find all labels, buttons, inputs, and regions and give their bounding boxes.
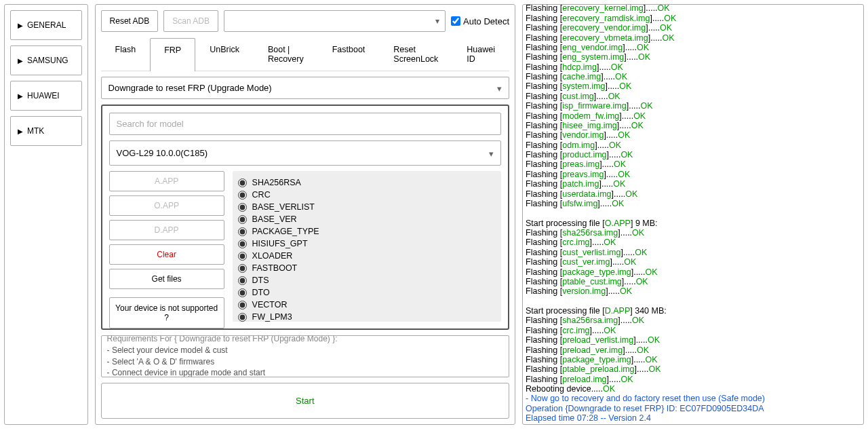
partition-item[interactable]: FW_LPM3 (238, 311, 496, 322)
log-line: Flashing [preload_verlist.img].....OK (526, 335, 861, 345)
partition-item[interactable]: DTO (238, 286, 496, 299)
partition-item[interactable]: VECTOR (238, 299, 496, 311)
sidebar-general[interactable]: ▶GENERAL (10, 10, 82, 40)
partition-label: VECTOR (252, 300, 288, 309)
sidebar-label: HUAWEI (27, 91, 60, 100)
tabs: Flash FRP UnBrick Boot | Recovery Fastbo… (101, 37, 509, 71)
partition-item[interactable]: SHA256RSA (238, 176, 496, 189)
partition-label: CRC (252, 190, 271, 200)
partition-radio[interactable] (238, 301, 247, 309)
toolbar: Reset ADB Scan ADB Auto Detect (101, 10, 509, 32)
partition-radio[interactable] (238, 288, 247, 297)
tab-reset-screenlock[interactable]: Reset ScreenLock (379, 37, 452, 71)
requirements-box: Requirements For { Downgrade to reset FR… (101, 335, 509, 377)
log-blank (526, 208, 861, 218)
log-line: Flashing [sha256rsa.img].....OK (526, 228, 861, 238)
model-combo[interactable]: VOG-L29 10.0.0(C185) (109, 140, 501, 166)
log-line: Flashing [odm.img].....OK (526, 140, 861, 150)
tab-flash[interactable]: Flash (101, 37, 151, 71)
log-line: Flashing [version.img].....OK (526, 286, 861, 296)
log-line: Flashing [cache.img].....OK (526, 72, 861, 81)
log-line: Elapsed time 07:28 -- Version 2.4 (526, 413, 861, 423)
partition-radio[interactable] (238, 215, 247, 224)
start-button[interactable]: Start (101, 383, 509, 419)
sidebar-label: SAMSUNG (27, 56, 68, 65)
log-line: Flashing [system.img].....OK (526, 81, 861, 91)
req-line: - Select your device model & cust (107, 345, 503, 356)
partition-label: DTS (252, 276, 269, 285)
auto-detect-checkbox[interactable]: Auto Detect (451, 16, 509, 26)
partition-radio[interactable] (238, 313, 247, 322)
log-line: Flashing [preavs.img].....OK (526, 170, 861, 179)
d-app-button[interactable]: D.APP (109, 220, 224, 240)
log-panel[interactable]: Flashing [recovery_vbmeta.img].....OKFla… (522, 4, 864, 425)
partition-radio[interactable] (238, 240, 247, 248)
partition-radio[interactable] (238, 276, 247, 285)
log-line: Flashing [sha256rsa.img].....OK (526, 316, 861, 325)
partition-label: HISIUFS_GPT (252, 239, 308, 248)
partition-item[interactable]: XLOADER (238, 250, 496, 262)
partition-radio[interactable] (238, 227, 247, 236)
reset-adb-button[interactable]: Reset ADB (101, 10, 159, 32)
auto-detect-input[interactable] (451, 16, 460, 26)
o-app-button[interactable]: O.APP (109, 195, 224, 216)
left-column: A.APP O.APP D.APP Clear Get files Your d… (109, 171, 224, 322)
tab-unbrick[interactable]: UnBrick (195, 37, 254, 71)
a-app-button[interactable]: A.APP (109, 171, 224, 191)
log-line: Flashing [product.img].....OK (526, 150, 861, 159)
log-line: Flashing [cust_ver.img].....OK (526, 257, 861, 267)
get-files-button[interactable]: Get files (109, 269, 224, 289)
tab-boot-recovery[interactable]: Boot | Recovery (254, 37, 318, 71)
tab-frp[interactable]: FRP (150, 38, 195, 71)
partition-item[interactable]: CRC (238, 189, 496, 201)
partition-item[interactable]: BASE_VERLIST (238, 201, 496, 213)
partition-item[interactable]: FASTBOOT (238, 262, 496, 274)
search-input[interactable]: Search for model (109, 113, 501, 135)
partition-label: XLOADER (252, 251, 293, 261)
sidebar: ▶GENERAL ▶SAMSUNG ▶HUAWEI ▶MTK (4, 4, 88, 425)
log-line: Flashing [cust_verlist.img].....OK (526, 248, 861, 257)
log-line: Flashing [package_type.img].....OK (526, 267, 861, 277)
log-line: Rebooting device.....OK (526, 384, 861, 394)
not-supported-button[interactable]: Your device is not supported ? (109, 297, 224, 328)
partition-radio[interactable] (238, 264, 247, 273)
partition-label: BASE_VERLIST (252, 202, 315, 212)
partition-item[interactable]: HISIUFS_GPT (238, 238, 496, 250)
log-line: Flashing [modem_fw.img].....OK (526, 111, 861, 121)
req-line: - Select 'A & O & D' firmwares (107, 356, 503, 368)
device-combo[interactable] (224, 10, 446, 32)
sidebar-mtk[interactable]: ▶MTK (10, 116, 82, 146)
mode-combo[interactable]: Downgrade to reset FRP (Upgrade Mode) (101, 77, 509, 99)
log-line: Flashing [crc.img].....OK (526, 238, 861, 247)
clear-button[interactable]: Clear (109, 244, 224, 265)
scan-adb-button[interactable]: Scan ADB (163, 10, 218, 32)
log-line: Flashing [eng_vendor.img].....OK (526, 43, 861, 52)
partition-radio[interactable] (238, 191, 247, 200)
log-line: Flashing [ptable_preload.img].....OK (526, 364, 861, 374)
req-line: Requirements For { Downgrade to reset FR… (107, 335, 503, 345)
caret-right-icon: ▶ (18, 22, 23, 29)
sidebar-label: MTK (27, 126, 44, 136)
log-line: Flashing [isp_firmware.img].....OK (526, 101, 861, 111)
inner-panel: Search for model VOG-L29 10.0.0(C185) A.… (101, 105, 509, 330)
log-line: Flashing [erecovery_vbmeta.img].....OK (526, 33, 861, 43)
tab-huawei-id[interactable]: Huawei ID (452, 37, 509, 71)
log-line: Start processing file [D.APP] 340 MB: (526, 306, 861, 316)
partition-radio[interactable] (238, 178, 247, 187)
tab-fastboot[interactable]: Fastboot (318, 37, 380, 71)
partition-label: SHA256RSA (252, 178, 301, 187)
log-line: Flashing [ufsfw.img].....OK (526, 199, 861, 208)
sidebar-label: GENERAL (27, 20, 66, 30)
sidebar-huawei[interactable]: ▶HUAWEI (10, 81, 82, 111)
partition-item[interactable]: DTS (238, 274, 496, 286)
partition-radio[interactable] (238, 252, 247, 261)
partition-item[interactable]: PACKAGE_TYPE (238, 225, 496, 238)
partition-item[interactable]: BASE_VER (238, 213, 496, 225)
sidebar-samsung[interactable]: ▶SAMSUNG (10, 45, 82, 75)
partition-radio[interactable] (238, 203, 247, 212)
caret-right-icon: ▶ (18, 128, 23, 135)
partition-label: DTO (252, 288, 270, 297)
partition-list[interactable]: SHA256RSACRCBASE_VERLISTBASE_VERPACKAGE_… (233, 171, 501, 322)
log-line: Flashing [erecovery_ramdisk.img].....OK (526, 14, 861, 23)
log-line: Flashing [erecovery_vendor.img].....OK (526, 23, 861, 33)
